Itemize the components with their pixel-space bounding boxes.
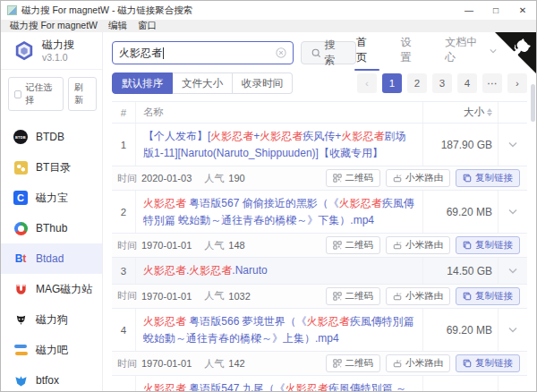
refresh-label: 刷新 xyxy=(74,81,90,107)
header-name: 名称 xyxy=(136,102,423,123)
nav-item-home[interactable]: 首页 xyxy=(356,35,378,71)
sidebar-item-label: 磁力宝 xyxy=(36,191,68,206)
bt-catalog-icon xyxy=(13,160,28,175)
row-detail: 时间 2020-01-03 人气 190 二维码 小米路由 复制链接 xyxy=(112,166,527,191)
torrent-name-link[interactable]: 火影忍者.火影忍者.Naruto xyxy=(143,264,268,277)
octocat-icon xyxy=(495,32,536,73)
page-button-3[interactable]: 3 xyxy=(432,73,452,93)
window-title: 磁力搜 For magnetW - 磁力链接聚合搜索 xyxy=(21,4,192,17)
clear-input-icon[interactable] xyxy=(276,47,286,58)
xiaomi-router-button[interactable]: 小米路由 xyxy=(386,169,450,187)
qrcode-button[interactable]: 二维码 xyxy=(326,354,381,372)
xiaomi-router-button[interactable]: 小米路由 xyxy=(386,236,450,254)
copy-link-button[interactable]: 复制链接 xyxy=(456,169,520,187)
copy-link-button[interactable]: 复制链接 xyxy=(456,287,520,305)
tab-default-sort[interactable]: 默认排序 xyxy=(112,72,173,94)
menu-item[interactable]: 窗口 xyxy=(132,20,162,32)
page-button-1[interactable]: 1 xyxy=(382,73,402,93)
sidebar-item-btcatalog[interactable]: BT目录 xyxy=(1,152,102,183)
qrcode-button[interactable]: 二维码 xyxy=(326,287,381,305)
sidebar-item-btdad[interactable]: BtBtdad xyxy=(1,243,102,274)
popularity-label: 人气 xyxy=(204,172,224,185)
page-button-4[interactable]: 4 xyxy=(457,73,477,93)
nav-item-docs[interactable]: 文档中心 xyxy=(445,35,497,71)
header-size-label: 大小 xyxy=(464,106,484,119)
sidebar-item-btfox[interactable]: btfox xyxy=(1,365,102,392)
app-brand: 磁力搜 v3.1.0 xyxy=(1,32,102,70)
torrent-name-link[interactable]: 火影忍者 粤语版566 夢境世界（《火影忍者疾風傳特別篇 蛻始動～通往青春的橋樑… xyxy=(143,315,414,345)
result-row[interactable]: 3 火影忍者.火影忍者.Naruto 14.50 GB xyxy=(112,258,527,285)
table-row: 4 火影忍者 粤语版566 夢境世界（《火影忍者疾風傳特別篇 蛻始動～通往青春的… xyxy=(112,309,527,376)
copy-link-button[interactable]: 复制链接 xyxy=(456,354,520,372)
sidebar-item-label: Btdad xyxy=(36,252,64,265)
btdb-icon: BTDB xyxy=(13,130,28,144)
menu-item[interactable]: 磁力搜 For magnetW xyxy=(4,20,103,32)
xiaomi-router-button[interactable]: 小米路由 xyxy=(386,354,450,372)
table-row: 5 火影忍者 粤语版547 九尾（《火影忍者疾風傳特別篇 ～不變的意志・心動之時… xyxy=(112,376,527,392)
github-ribbon[interactable] xyxy=(495,32,536,73)
remember-choice-button[interactable]: 记住选择 xyxy=(8,77,64,111)
sidebar-item-cilidog[interactable]: 磁力狗 xyxy=(1,304,102,335)
search-button[interactable]: 搜索 xyxy=(301,41,357,64)
qrcode-button[interactable]: 二维码 xyxy=(326,236,381,254)
sort-caret-icon[interactable] xyxy=(487,108,492,116)
name-highlight: 火影忍者 xyxy=(286,382,328,392)
name-highlight: 火影忍者 xyxy=(143,197,186,209)
sidebar-item-mag[interactable]: MAG磁力站 xyxy=(1,274,102,304)
cilibao-icon: C xyxy=(13,191,28,205)
remember-choice-label: 记住选择 xyxy=(25,81,57,107)
sidebar-item-cilibao[interactable]: C磁力宝 xyxy=(1,183,102,213)
search-input[interactable]: 火影忍者 xyxy=(112,41,294,64)
copy-link-button[interactable]: 复制链接 xyxy=(456,236,520,254)
tab-collect-time[interactable]: 收录时间 xyxy=(233,72,293,94)
app-logo-icon xyxy=(13,39,36,63)
result-row[interactable]: 2 火影忍者 粤语版567 偷偷接近的黑影（《火影忍者疾風傳特別篇 蛻始動～通往… xyxy=(112,191,527,234)
expand-chevron-icon[interactable] xyxy=(499,124,527,166)
qrcode-button[interactable]: 二维码 xyxy=(326,169,381,187)
search-icon xyxy=(311,48,321,58)
torrent-size: 187.90 GB xyxy=(423,124,499,166)
time-value: 1970-01-01 xyxy=(141,358,192,369)
sidebar-item-bthub[interactable]: BThub xyxy=(1,213,102,243)
menu-item[interactable]: 编辑 xyxy=(103,20,132,32)
page-next-button[interactable]: › xyxy=(507,73,527,93)
torrent-name-link[interactable]: 火影忍者 粤语版567 偷偷接近的黑影（《火影忍者疾風傳特別篇 蛻始動～通往青春… xyxy=(143,197,414,226)
nav-item-settings[interactable]: 设置 xyxy=(401,35,422,71)
sidebar-item-btdb[interactable]: BTDBBTDB xyxy=(1,122,102,152)
magnet-icon xyxy=(13,282,28,296)
row-index: 1 xyxy=(112,124,136,166)
header-expand-spacer xyxy=(499,102,527,123)
page-button-2[interactable]: 2 xyxy=(407,73,427,93)
expand-chevron-icon[interactable] xyxy=(499,191,527,233)
page-prev-button[interactable]: ‹ xyxy=(357,73,377,93)
sidebar-item-ciliba[interactable]: 磁力吧 xyxy=(1,335,102,365)
name-highlight: 火影忍者 xyxy=(260,130,303,142)
maximize-button[interactable]: □ xyxy=(482,1,509,20)
table-header: # 名称 大小 xyxy=(112,102,527,124)
result-row[interactable]: 1 【个人发布】[火影忍者+火影忍者疾风传+火影忍者剧场版1-11][Narut… xyxy=(112,124,527,166)
expand-chevron-icon[interactable] xyxy=(499,258,527,284)
sidebar-item-label: BThub xyxy=(36,222,67,234)
titlebar: 磁力搜 For magnetW - 磁力链接聚合搜索 — □ ✕ xyxy=(1,1,536,20)
expand-chevron-icon[interactable] xyxy=(499,376,527,392)
torrent-name-link[interactable]: 【个人发布】[火影忍者+火影忍者疾风传+火影忍者剧场版1-11][Naruto(… xyxy=(143,130,405,159)
torrent-name-link[interactable]: 火影忍者 粤语版547 九尾（《火影忍者疾風傳特別篇 ～不變的意志・心動之時～》… xyxy=(143,382,406,392)
search-input-value: 火影忍者 xyxy=(119,46,162,61)
result-row[interactable]: 4 火影忍者 粤语版566 夢境世界（《火影忍者疾風傳特別篇 蛻始動～通往青春的… xyxy=(112,309,527,352)
tab-file-size[interactable]: 文件大小 xyxy=(173,72,233,94)
expand-chevron-icon[interactable] xyxy=(499,309,527,351)
xiaomi-router-button[interactable]: 小米路由 xyxy=(386,287,450,305)
page-ellipsis[interactable]: ⋯ xyxy=(482,73,502,93)
header-index: # xyxy=(112,102,136,123)
sort-tabs: 默认排序文件大小收录时间 xyxy=(112,72,293,94)
result-row[interactable]: 5 火影忍者 粤语版547 九尾（《火影忍者疾風傳特別篇 ～不變的意志・心動之時… xyxy=(112,376,527,392)
torrent-size: 50.20 MB xyxy=(423,376,499,392)
close-button[interactable]: ✕ xyxy=(509,1,536,20)
sidebar-item-label: 磁力狗 xyxy=(36,312,68,328)
copy-icon xyxy=(463,292,472,301)
minimize-button[interactable]: — xyxy=(456,1,482,20)
nav-item-label: 首页 xyxy=(356,35,378,65)
refresh-button[interactable]: 刷新 xyxy=(68,77,97,111)
scrollbar-thumb[interactable] xyxy=(531,84,535,122)
header-size[interactable]: 大小 xyxy=(423,102,499,123)
